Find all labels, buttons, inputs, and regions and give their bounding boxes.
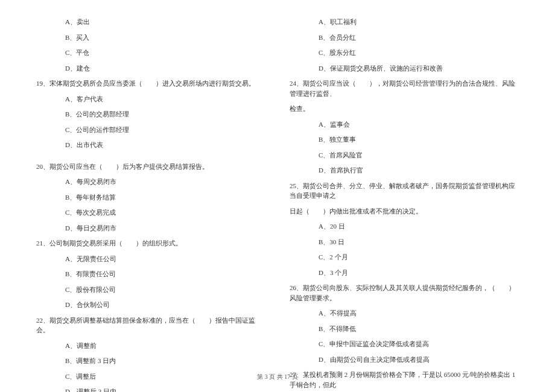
q24-option-b: B、独立董事 [290, 134, 519, 145]
q26-option-c: C、申报中国证监会决定降低或者提高 [290, 339, 519, 349]
q20-option-b: B、每年财务结算 [36, 192, 265, 203]
q23-option-a: A、职工福利 [290, 17, 519, 27]
q19-option-b: B、公司的交易部经理 [36, 109, 265, 119]
page-footer: 第 3 页 共 17 页 [0, 373, 555, 381]
q18-option-b: B、买入 [36, 33, 265, 43]
q24-option-d: D、首席执行官 [290, 165, 519, 175]
q22-option-d: D、调整后 3 日内 [36, 387, 265, 392]
q23-option-b: B、会员分红 [290, 33, 519, 43]
q19-option-a: A、客户代表 [36, 94, 265, 104]
q18-option-c: C、平仓 [36, 48, 265, 58]
q24-text2: 检查。 [290, 104, 519, 114]
q25-option-d: D、3 个月 [290, 268, 519, 278]
q23-option-c: C、股东分红 [290, 48, 519, 58]
q18-option-d: D、建仓 [36, 63, 265, 74]
q26-option-b: B、不得降低 [290, 324, 519, 334]
q21-option-c: C、股份有限公司 [36, 285, 265, 295]
q22-option-a: A、调整前 [36, 341, 265, 351]
q19-option-d: D、出市代表 [36, 140, 265, 150]
right-column: A、职工福利 B、会员分红 C、股东分红 D、保证期货交易场所、设施的运行和改善… [290, 17, 519, 392]
q25-text2: 日起（ ）内做出批准或者不批准的决定。 [290, 206, 519, 217]
q19-text: 19、宋体期货交易所会员应当委派（ ）进入交易所场内进行期货交易。 [36, 78, 265, 89]
q25-option-c: C、2 个月 [290, 252, 519, 262]
q23-option-d: D、保证期货交易场所、设施的运行和改善 [290, 63, 519, 74]
q25-option-a: A、20 日 [290, 221, 519, 232]
q21-option-b: B、有限责任公司 [36, 269, 265, 279]
page-content: A、卖出 B、买入 C、平仓 D、建仓 19、宋体期货交易所会员应当委派（ ）进… [0, 0, 555, 392]
q19-option-c: C、公司的运作部经理 [36, 125, 265, 135]
q26-text: 26、期货公司向股东、实际控制人及其关联人提供期货经纪服务的，（ ）风险管理要求… [290, 283, 519, 303]
q18-option-a: A、卖出 [36, 17, 265, 27]
q20-option-d: D、每日交易闭市 [36, 223, 265, 233]
q25-text: 25、期货公司合并、分立、停业、解散或者破产，国务院期货监督管理机构应当自受理申… [290, 181, 519, 201]
q22-option-b: B、调整前 3 日内 [36, 356, 265, 366]
q25-option-b: B、30 日 [290, 237, 519, 247]
left-column: A、卖出 B、买入 C、平仓 D、建仓 19、宋体期货交易所会员应当委派（ ）进… [36, 17, 265, 392]
q21-option-a: A、无限责任公司 [36, 254, 265, 264]
q20-text: 20、期货公司应当在（ ）后为客户提供交易结算报告。 [36, 162, 265, 172]
q20-option-c: C、每次交易完成 [36, 207, 265, 218]
q21-text: 21、公司制期货交易所采用（ ）的组织形式。 [36, 238, 265, 248]
q20-option-a: A、每周交易闭市 [36, 177, 265, 187]
q24-text: 24、期货公司应当设（ ），对期货公司经营管理行为的合法合规性、风险管理进行监督… [290, 78, 519, 98]
q24-option-c: C、首席风险官 [290, 150, 519, 160]
q21-option-d: D、合伙制公司 [36, 300, 265, 310]
q24-option-a: A、监事会 [290, 119, 519, 130]
q22-text: 22、期货交易所调整基础结算担保金标准的，应当在（ ）报告中国证监会。 [36, 315, 265, 335]
q26-option-d: D、由期货公司自主决定降低或者提高 [290, 355, 519, 365]
q26-option-a: A、不得提高 [290, 308, 519, 318]
